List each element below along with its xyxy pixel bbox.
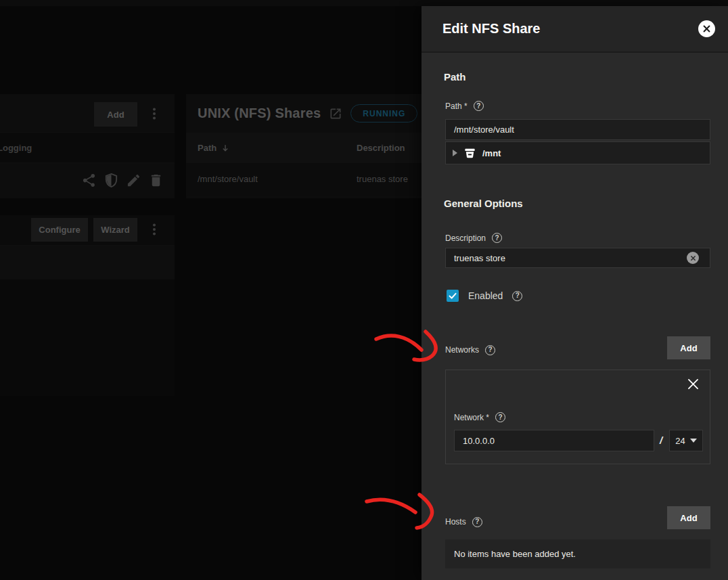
description-field-label-row: Description <box>445 233 502 243</box>
network-field-label-row: Network * <box>454 412 505 422</box>
help-icon[interactable] <box>495 412 505 422</box>
help-icon[interactable] <box>472 517 482 527</box>
description-input[interactable] <box>445 248 710 268</box>
expand-tree-icon[interactable] <box>453 150 457 156</box>
path-input[interactable] <box>445 119 710 140</box>
network-field-label: Network * <box>454 413 489 422</box>
tree-node-label: /mnt <box>482 148 501 158</box>
dataset-icon <box>463 147 476 160</box>
networks-label: Networks <box>445 345 479 355</box>
network-item-card: Network * / 24 <box>445 370 710 464</box>
help-icon[interactable] <box>492 233 502 243</box>
enabled-label: Enabled <box>468 290 503 301</box>
remove-network-icon[interactable] <box>686 377 700 391</box>
hosts-empty-state: No items have been added yet. <box>445 539 710 568</box>
chevron-down-icon <box>690 439 697 443</box>
hosts-empty-message: No items have been added yet. <box>445 539 710 568</box>
add-host-button[interactable]: Add <box>667 506 710 529</box>
cidr-separator: / <box>660 434 662 446</box>
path-field-label: Path * <box>445 102 468 111</box>
panel-title: Edit NFS Share <box>442 21 540 37</box>
enabled-field-row: Enabled <box>447 290 522 302</box>
edit-nfs-share-panel: Edit NFS Share Path Path * /mnt General … <box>422 6 728 580</box>
path-field-label-row: Path * <box>445 101 484 111</box>
help-icon[interactable] <box>512 291 522 301</box>
screen: Add Logging <box>0 0 728 580</box>
clear-input-icon[interactable] <box>687 252 699 264</box>
cidr-select[interactable]: 24 <box>669 430 703 451</box>
filesystem-tree-node[interactable]: /mnt <box>445 141 710 164</box>
cidr-selected-value: 24 <box>675 436 685 446</box>
help-icon[interactable] <box>474 101 484 111</box>
enabled-checkbox[interactable] <box>447 290 459 302</box>
hosts-label: Hosts <box>445 517 466 527</box>
close-icon[interactable] <box>698 20 715 37</box>
general-options-heading: General Options <box>444 198 523 209</box>
path-section-heading: Path <box>444 71 466 83</box>
hosts-list-header: Hosts Add <box>445 506 710 529</box>
networks-list-header: Networks Add <box>445 336 710 359</box>
description-field-label: Description <box>445 233 486 243</box>
network-input[interactable] <box>454 430 654 451</box>
help-icon[interactable] <box>485 345 495 355</box>
panel-header: Edit NFS Share <box>422 6 728 53</box>
add-network-button[interactable]: Add <box>667 336 710 359</box>
